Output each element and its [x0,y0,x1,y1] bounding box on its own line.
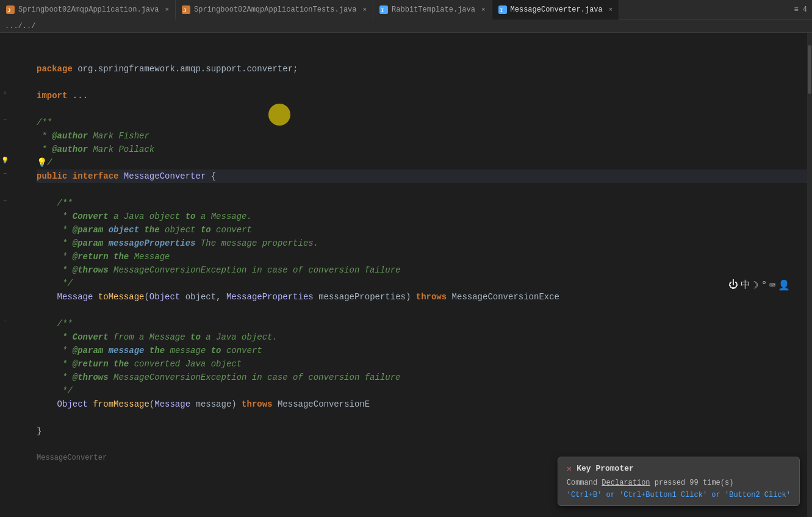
code-line-method1-param2: * @param messageProperties The message p… [37,237,807,250]
svg-text:J: J [7,8,10,14]
code-line-method1-jd-start: /** [37,196,807,210]
line-num-10 [10,156,28,169]
user-icon[interactable]: 👤 [778,279,790,291]
moon-icon[interactable]: ☽ [753,279,759,291]
code-line-method1-return: * @return the Message [37,250,807,263]
code-line-method2-jd-start: /** [37,317,807,330]
tab-springboot-app[interactable]: J Springboot02AmqpApplication.java × [0,0,176,20]
line-num-14 [10,210,28,223]
code-line [37,102,807,116]
line-num-13 [10,196,28,210]
code-line-method2-param: * @param message the message to convert [37,344,807,357]
line-num-8 [10,129,28,143]
key-promoter-title: Key Promoter [577,464,634,473]
fold-lightbulb[interactable]: 💡 [0,154,10,167]
tab-label: MessageConverter.java [511,5,603,14]
breadcrumb: .../../ [0,20,812,33]
line-num-9 [10,143,28,156]
tab-close-icon[interactable]: × [481,6,486,13]
tab-label: Springboot02AmqpApplication.java [18,5,159,14]
line-num-25 [10,357,28,371]
fold-method2-javadoc[interactable]: − [0,315,10,328]
fold-javadoc-class[interactable]: − [0,113,10,127]
fold-method1-javadoc[interactable]: − [0,194,10,207]
line-num-27 [10,384,28,398]
scrollbar-thumb[interactable] [808,45,811,94]
line-num-23 [10,330,28,344]
code-line-method1-param1: * @param object the object to convert [37,223,807,237]
tab-close-icon[interactable]: × [165,6,169,13]
tab-message-converter[interactable]: I MessageConverter.java × [492,0,620,20]
line-num-15 [10,223,28,237]
line-num-20 [10,290,28,304]
tab-overflow-icon[interactable]: ≡ 4 [794,5,807,14]
code-line-author1: * @author Mark Fisher [37,129,807,143]
line-num-36 [10,505,28,517]
editor-area: + − 💡 − − − [0,33,812,517]
code-editor[interactable]: package org.springframework.amqp.support… [32,33,807,517]
code-line-method1-jd-end: */ [37,277,807,290]
line-num-1 [10,35,28,49]
fold-import[interactable]: + [0,87,10,100]
code-line-method2-jd-end: */ [37,384,807,398]
vertical-scrollbar[interactable] [807,33,812,517]
code-line-method2-jd1: * Convert from a Message to a Java objec… [37,330,807,344]
code-line-method1-jd1: * Convert a Java object to a Message. [37,210,807,223]
code-line-method1-throws: * @throws MessageConversionException in … [37,263,807,277]
code-line-method1-sig: Message toMessage(Object object, Message… [37,290,807,304]
code-line-package: package org.springframework.amqp.support… [37,62,807,76]
code-line [37,35,807,49]
key-promoter-close[interactable]: ✕ [567,463,572,474]
code-line-method2-sig: Object fromMessage(Message message) thro… [37,398,807,411]
code-line [37,438,807,451]
key-promoter-header: ✕ Key Promoter [567,463,791,474]
tab-label: RabbitTemplate.java [392,5,475,14]
tab-bar: J Springboot02AmqpApplication.java × J S… [0,0,812,20]
java-file-icon: J [6,5,15,14]
java-interface-icon: I [379,5,388,14]
code-line-javadoc-start: /** [37,116,807,129]
tab-bar-end: ≡ 4 [794,5,812,14]
code-line-method2-throws: * @throws MessageConversionException in … [37,371,807,384]
line-num-31 [10,438,28,451]
line-num-18 [10,263,28,277]
svg-text:I: I [500,8,503,14]
line-num-12 [10,183,28,196]
code-line-method2-return: * @return the converted Java object [37,357,807,371]
line-num-6 [10,102,28,116]
key-promoter-command: Declaration [602,479,650,487]
power-icon[interactable]: ⏻ [728,279,738,291]
line-num-11 [10,169,28,183]
line-num-17 [10,250,28,263]
line-num-29 [10,411,28,424]
chinese-icon[interactable]: 中 [741,279,750,291]
line-num-24 [10,344,28,357]
line-num-4 [10,76,28,89]
keyboard-icon[interactable]: ⌨ [769,279,775,291]
svg-text:I: I [381,8,384,14]
dot-icon[interactable]: ° [761,280,767,291]
key-promoter-popup: ✕ Key Promoter Command Declaration press… [558,457,800,506]
tab-close-icon[interactable]: × [363,6,367,13]
tab-close-icon[interactable]: × [609,6,613,13]
code-line-closing: } [37,424,807,438]
line-num-28 [10,398,28,411]
breadcrumb-text: .../../ [5,22,35,30]
code-line-lightbulb: 💡/ [37,156,807,169]
tab-rabbit-template[interactable]: I RabbitTemplate.java × [373,0,492,20]
line-num-19 [10,277,28,290]
line-num-35 [10,491,28,505]
line-num-32 [10,451,28,465]
code-line [37,76,807,89]
line-num-3 [10,62,28,76]
key-promoter-shortcut[interactable]: 'Ctrl+B' or 'Ctrl+Button1 Click' or 'But… [567,491,791,499]
line-num-5 [10,89,28,102]
tab-label: Springboot02AmqpApplicationTests.java [194,5,356,14]
tab-springboot-tests[interactable]: J Springboot02AmqpApplicationTests.java … [176,0,373,20]
code-line-import: import ... [37,89,807,102]
code-line [37,304,807,317]
code-line [37,49,807,62]
fold-interface[interactable]: − [0,167,10,180]
line-num-34 [10,478,28,491]
file-footer-text: MessageConverter [37,454,107,462]
